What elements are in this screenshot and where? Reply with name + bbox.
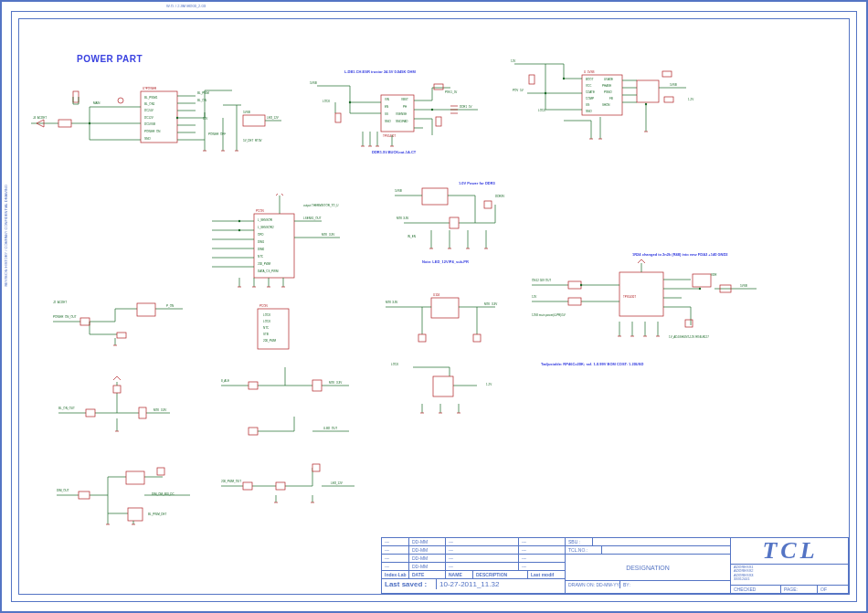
svg-text:PCON: PCON <box>256 209 264 213</box>
rev-c: --- <box>446 563 519 570</box>
svg-rect-132 <box>418 334 426 342</box>
svg-rect-140 <box>568 281 581 289</box>
logo: TCL <box>731 538 850 564</box>
svg-text:LOCK: LOCK <box>391 363 398 366</box>
block-dim-pwm: DIM_OUT DIM_OM_800_DC BL_PWM_DET <box>57 459 203 532</box>
block-power-on: J2_ACDET POWER_ON_OUT P_ON <box>53 294 190 349</box>
rev-h: DESCRIPTION <box>473 571 528 578</box>
svg-text:BL_ON_OUT: BL_ON_OUT <box>58 407 75 410</box>
svg-point-3 <box>176 117 178 119</box>
svg-text:5VSB: 5VSB <box>243 111 250 114</box>
page-of: OF <box>818 586 850 593</box>
svg-text:MAIN: MAIN <box>93 101 101 105</box>
svg-rect-116 <box>312 464 320 471</box>
svg-text:MTK 3.3V: MTK 3.3V <box>397 217 408 220</box>
block-5v-switcher: U_5VSB 12V5VSB BOOTVCC CDATECOMP SGGND U… <box>509 48 701 157</box>
svg-text:1.2V: 1.2V <box>486 383 492 386</box>
svg-text:MTK_3.3V: MTK_3.3V <box>153 408 166 412</box>
rev-c: --- <box>519 563 565 570</box>
svg-text:L_SENSOR2: L_SENSOR2 <box>258 226 274 229</box>
svg-text:VBST: VBST <box>401 98 408 101</box>
svg-text:POWER_ON: POWER_ON <box>144 130 161 133</box>
designation-label: DESIGNATION <box>566 555 730 580</box>
svg-rect-51 <box>664 97 673 102</box>
svg-text:DDR1_5V: DDR1_5V <box>460 105 472 109</box>
svg-rect-68 <box>254 214 294 278</box>
svg-text:NTC: NTC <box>258 255 264 259</box>
svg-text:VIN: VIN <box>385 98 389 101</box>
lastsaved-label: Last saved : <box>382 579 437 589</box>
svg-text:LED_12V: LED_12V <box>331 481 343 485</box>
svg-rect-120 <box>422 188 448 205</box>
svg-text:DDR3V: DDR3V <box>495 195 504 198</box>
svg-text:Note: LED_12V/P4_sub-PR: Note: LED_12V/P4_sub-PR <box>422 259 469 264</box>
rev-c: DD-MM <box>409 563 446 570</box>
svg-text:DIM0: DIM0 <box>258 248 264 251</box>
ic-label-upower: U?POWER <box>143 87 157 90</box>
svg-text:1V_ADJ/SHUNT-12V RGB-R127: 1V_ADJ/SHUNT-12V RGB-R127 <box>669 335 709 339</box>
svg-text:EN: EN <box>385 105 388 109</box>
svg-text:VDR: VDR <box>711 273 717 277</box>
svg-rect-133 <box>473 334 481 342</box>
svg-rect-141 <box>568 298 581 305</box>
svg-point-146 <box>699 288 701 290</box>
block-pcon-sensors: PCON output THERMISTOR_TO_U L_SENSORL_SE… <box>212 194 358 294</box>
rev-c: --- <box>519 546 565 554</box>
rev-c: --- <box>446 555 519 562</box>
svg-text:DIM_OM_800_DC: DIM_OM_800_DC <box>152 492 175 496</box>
svg-text:DATA_CS_PWM: DATA_CS_PWM <box>258 270 279 273</box>
addr4: 33312441 <box>734 577 750 581</box>
svg-rect-89 <box>86 409 95 417</box>
svg-rect-121 <box>450 217 459 228</box>
svg-text:PCON: PCON <box>259 304 268 308</box>
svg-text:PH: PH <box>403 105 407 109</box>
svg-text:PGV1_5V: PGV1_5V <box>445 90 457 94</box>
svg-point-48 <box>645 103 647 105</box>
svg-text:DDR1.5V.BUCKout-1A.CT: DDR1.5V.BUCKout-1A.CT <box>372 150 417 154</box>
topbar-note: W.O. / 2.3M MD00_2.03 <box>166 4 206 8</box>
svg-text:J2_ACDET: J2_ACDET <box>53 301 67 304</box>
svg-text:U_5VSB: U_5VSB <box>584 70 595 74</box>
svg-text:SS: SS <box>385 112 388 116</box>
svg-text:DIM1: DIM1 <box>258 240 264 244</box>
svg-point-26 <box>431 109 433 111</box>
svg-rect-50 <box>662 71 672 77</box>
svg-text:COMP: COMP <box>586 97 594 100</box>
svg-text:MTK_3.3V: MTK_3.3V <box>329 381 342 385</box>
svg-text:BL_PWM1: BL_PWM1 <box>144 96 158 100</box>
drawn-value: DD-MM-YY <box>596 582 619 587</box>
svg-rect-90 <box>113 386 121 393</box>
sbu-label: SBU : <box>566 538 593 545</box>
svg-rect-97 <box>157 468 164 475</box>
svg-text:MTK_3.3V: MTK_3.3V <box>484 302 497 306</box>
rev-c: DD-MM <box>409 555 446 562</box>
block-pcon2: PCON LOCKLOCK NTCSTB 200_PWM 8_ALEMTK_3.… <box>221 303 367 513</box>
svg-point-145 <box>580 284 582 286</box>
rev-c: --- <box>446 546 519 554</box>
svg-text:ON12 50V OUT: ON12 50V OUT <box>532 279 551 282</box>
svg-rect-142 <box>693 274 711 287</box>
svg-text:5VSB: 5VSB <box>670 83 677 87</box>
svg-rect-112 <box>249 428 258 435</box>
svg-rect-109 <box>312 380 322 391</box>
svg-text:P_ON: P_ON <box>166 304 174 308</box>
svg-text:LED_12V: LED_12V <box>267 116 279 120</box>
svg-rect-144 <box>685 320 693 327</box>
rev-h: Last modif <box>528 571 565 578</box>
svg-rect-5 <box>73 91 79 102</box>
svg-text:1.0V Power for DDR3: 1.0V Power for DDR3 <box>459 181 496 185</box>
svg-rect-115 <box>276 482 285 490</box>
svg-text:12V8 main power(4-PR)/5V: 12V8 main power(4-PR)/5V <box>532 313 566 317</box>
svg-text:MTK 3.3V: MTK 3.3V <box>386 301 397 304</box>
svg-text:DC5VSB: DC5VSB <box>144 122 155 126</box>
rev-c: DD-MM <box>409 538 446 545</box>
svg-text:CDATE: CDATE <box>586 90 595 94</box>
rev-h: NAME <box>446 571 473 578</box>
svg-text:5V_DET_RT3V: 5V_DET_RT3V <box>243 139 262 143</box>
svg-point-46 <box>563 78 565 79</box>
svg-text:BOOT: BOOT <box>586 78 594 81</box>
svg-text:MTK_3.3V: MTK_3.3V <box>322 233 334 237</box>
svg-rect-96 <box>128 508 143 521</box>
svg-text:GND/PAD: GND/PAD <box>396 120 408 123</box>
checked-label: CHECKED <box>731 586 781 593</box>
